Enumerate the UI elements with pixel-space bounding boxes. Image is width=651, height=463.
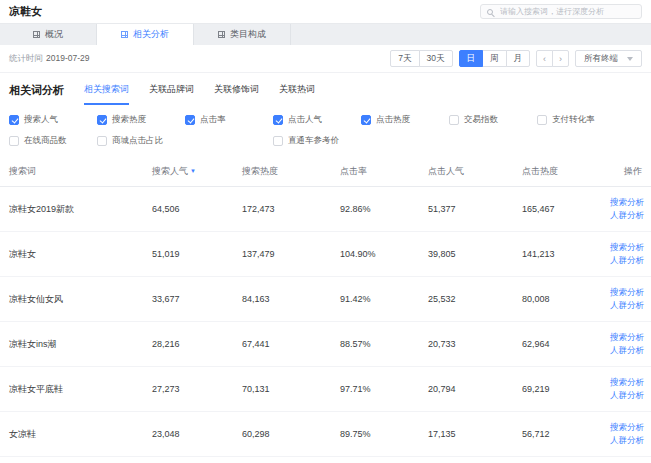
- metric-cell: 39,805: [424, 232, 518, 277]
- search-analysis-link[interactable]: 搜索分析: [610, 376, 642, 389]
- checkbox-icon[interactable]: [273, 115, 283, 125]
- search-box[interactable]: [480, 4, 642, 19]
- keyword-cell: 凉鞋女仙女风: [0, 277, 148, 322]
- search-analysis-link[interactable]: 搜索分析: [610, 196, 642, 209]
- search-analysis-link[interactable]: 搜索分析: [610, 286, 642, 299]
- tab-label: 相关分析: [133, 28, 169, 41]
- table-row: 凉鞋女仙女风33,67784,16391.42%25,53280,008搜索分析…: [0, 277, 651, 322]
- date-pager: ‹ ›: [536, 50, 569, 67]
- metric-label: 在线商品数: [24, 135, 67, 147]
- prev-date-button[interactable]: ‹: [536, 50, 553, 67]
- col-header-click-popularity[interactable]: 点击人气: [424, 157, 518, 187]
- checkbox-icon[interactable]: [97, 136, 107, 146]
- metric-label: 点击热度: [376, 114, 410, 126]
- metric-cell: 70,131: [238, 367, 336, 412]
- table-row: 凉鞋女2019新款64,506172,47392.86%51,377165,46…: [0, 187, 651, 232]
- table-row: 凉鞋女51,019137,479104.90%39,805141,213搜索分析…: [0, 232, 651, 277]
- metric-label: 商城点击占比: [112, 135, 163, 147]
- metric-label: 支付转化率: [552, 114, 595, 126]
- metric-cell: 20,794: [424, 367, 518, 412]
- metric-cell: 51,019: [148, 232, 238, 277]
- table-row: 凉鞋女平底鞋27,27370,13197.71%20,79469,219搜索分析…: [0, 367, 651, 412]
- audience-analysis-link[interactable]: 人群分析: [610, 389, 642, 402]
- date-controls: 7天 30天 日 周 月 ‹ › 所有终端: [390, 50, 642, 67]
- metric-checkbox-item[interactable]: 在线商品数: [9, 135, 97, 147]
- audience-analysis-link[interactable]: 人群分析: [610, 254, 642, 267]
- range-30d-button[interactable]: 30天: [419, 50, 453, 67]
- metric-cell: 141,213: [518, 232, 606, 277]
- metric-checkbox-item[interactable]: 交易指数: [449, 114, 537, 126]
- audience-analysis-link[interactable]: 人群分析: [610, 434, 642, 447]
- metric-checkbox-item[interactable]: 搜索热度: [97, 114, 185, 126]
- period-month-button[interactable]: 月: [506, 50, 531, 67]
- col-header-search-popularity[interactable]: 搜索人气▼: [148, 157, 238, 187]
- checkbox-icon[interactable]: [185, 115, 195, 125]
- stat-time-label: 统计时间: [9, 53, 43, 63]
- search-analysis-link[interactable]: 搜索分析: [610, 241, 642, 254]
- metric-cell: 92.86%: [336, 187, 424, 232]
- metric-cell: 172,473: [238, 187, 336, 232]
- metric-cell: 51,998: [238, 457, 336, 463]
- tab-label: 类目构成: [230, 28, 266, 41]
- keyword-cell: 凉鞋女2019新款: [0, 187, 148, 232]
- checkbox-icon[interactable]: [361, 115, 371, 125]
- subtab-related-search-words[interactable]: 相关搜索词: [84, 83, 129, 105]
- sort-desc-icon[interactable]: ▼: [190, 168, 196, 174]
- metric-cell: 91.42%: [336, 277, 424, 322]
- actions-cell: 搜索分析人群分析: [606, 412, 651, 457]
- actions-cell: 搜索分析人群分析: [606, 457, 651, 463]
- metric-checkbox-item[interactable]: 直通车参考价: [273, 135, 361, 147]
- tab-related-analysis[interactable]: 相关分析: [97, 24, 194, 45]
- metric-cell: 97.71%: [336, 367, 424, 412]
- content-area: 统计时间2019-07-29 7天 30天 日 周 月 ‹ › 所有终端: [0, 45, 651, 463]
- category-grid-icon: [218, 31, 225, 38]
- next-date-button[interactable]: ›: [552, 50, 569, 67]
- subtab-related-hot-words[interactable]: 关联热词: [279, 83, 315, 105]
- metric-checkbox-item[interactable]: 支付转化率: [537, 114, 625, 126]
- tab-category-composition[interactable]: 类目构成: [194, 24, 291, 45]
- search-analysis-link[interactable]: 搜索分析: [610, 331, 642, 344]
- metric-cell: 20,733: [424, 322, 518, 367]
- metric-checkbox-item[interactable]: 商城点击占比: [97, 135, 185, 147]
- audience-analysis-link[interactable]: 人群分析: [610, 344, 642, 357]
- search-input[interactable]: [498, 6, 635, 17]
- subtab-bar: 相关搜索词 关联品牌词 关联修饰词 关联热词: [84, 83, 315, 105]
- checkbox-icon[interactable]: [273, 136, 283, 146]
- overview-grid-icon: [33, 31, 40, 38]
- checkbox-icon[interactable]: [97, 115, 107, 125]
- metric-checkbox-item[interactable]: 点击热度: [361, 114, 449, 126]
- col-header-search-heat[interactable]: 搜索热度: [238, 157, 336, 187]
- metric-cell: 84,163: [238, 277, 336, 322]
- audience-analysis-link[interactable]: 人群分析: [610, 299, 642, 312]
- subtab-related-brand-words[interactable]: 关联品牌词: [149, 83, 194, 105]
- subtab-related-modifier-words[interactable]: 关联修饰词: [214, 83, 259, 105]
- period-week-button[interactable]: 周: [482, 50, 507, 67]
- terminal-filter-value: 所有终端: [584, 53, 618, 65]
- prev-icon: ‹: [543, 54, 546, 64]
- col-header-click-heat[interactable]: 点击热度: [518, 157, 606, 187]
- metric-checkbox-item[interactable]: 点击率: [185, 114, 273, 126]
- actions-cell: 搜索分析人群分析: [606, 277, 651, 322]
- actions-cell: 搜索分析人群分析: [606, 367, 651, 412]
- metric-checkbox-item[interactable]: 点击人气: [273, 114, 361, 126]
- range-7d-button[interactable]: 7天: [390, 50, 419, 67]
- checkbox-icon[interactable]: [9, 115, 19, 125]
- metric-cell: 51,377: [424, 187, 518, 232]
- col-header-click-rate[interactable]: 点击率: [336, 157, 424, 187]
- range-button-group: 7天 30天: [390, 50, 452, 67]
- metric-cell: 27,273: [148, 367, 238, 412]
- metric-checkbox-item[interactable]: 搜索人气: [9, 114, 97, 126]
- related-analysis-grid-icon: [121, 31, 128, 38]
- audience-analysis-link[interactable]: 人群分析: [610, 209, 642, 222]
- checkbox-icon[interactable]: [9, 136, 19, 146]
- search-analysis-link[interactable]: 搜索分析: [610, 421, 642, 434]
- checkbox-icon[interactable]: [537, 115, 547, 125]
- metric-cell: 137,479: [238, 232, 336, 277]
- metric-cell: 25,532: [424, 277, 518, 322]
- tab-overview[interactable]: 概况: [0, 24, 97, 45]
- period-day-button[interactable]: 日: [459, 50, 484, 67]
- metric-cell: 165,467: [518, 187, 606, 232]
- section-header: 相关词分析 相关搜索词 关联品牌词 关联修饰词 关联热词: [0, 73, 651, 105]
- checkbox-icon[interactable]: [449, 115, 459, 125]
- terminal-filter-dropdown[interactable]: 所有终端: [575, 50, 642, 67]
